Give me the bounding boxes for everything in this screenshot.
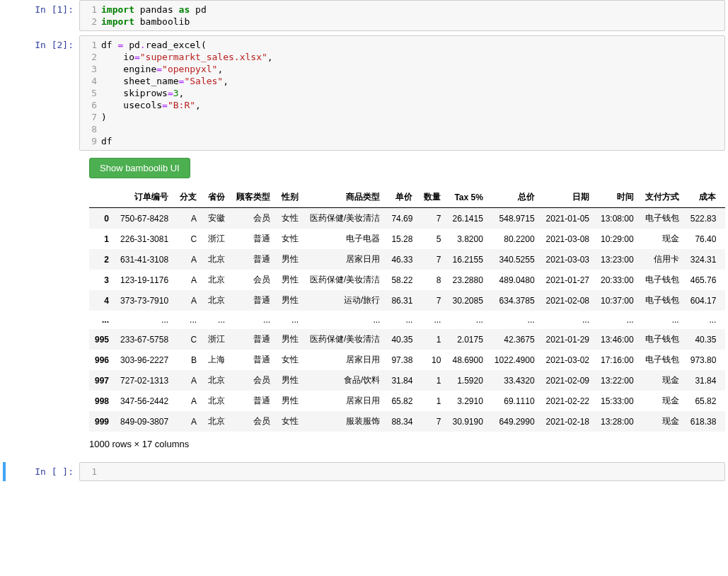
column-header[interactable]: 商品类型 xyxy=(304,187,386,208)
table-cell: 7 xyxy=(418,290,446,311)
table-cell: 46.33 xyxy=(386,249,418,270)
table-cell: 489.0480 xyxy=(489,270,541,290)
table-cell: 女性 xyxy=(276,411,304,432)
table-cell: 17:16:00 xyxy=(595,350,640,370)
code-input-1[interactable]: 12 import pandas as pdimport bamboolib xyxy=(79,0,725,31)
table-cell: 634.3785 xyxy=(489,290,541,311)
table-cell: 33.4320 xyxy=(489,370,541,391)
table-cell: 849-09-3807 xyxy=(115,411,174,432)
table-cell: 现金 xyxy=(640,229,685,249)
table-cell: 80.2200 xyxy=(489,229,541,249)
table-cell: 1 xyxy=(418,370,446,391)
column-header[interactable]: 毛利率 xyxy=(722,187,725,208)
table-cell: 15.28 xyxy=(386,229,418,249)
table-cell: 上海 xyxy=(202,350,231,370)
table-cell: 会员 xyxy=(231,270,276,290)
table-cell: A xyxy=(174,391,202,411)
table-cell: 13:28:00 xyxy=(595,411,640,432)
table-cell: 727-02-1313 xyxy=(115,370,174,391)
table-cell: 233-67-5758 xyxy=(115,329,174,350)
column-header[interactable]: 订单编号 xyxy=(115,187,174,208)
table-cell: 13:23:00 xyxy=(595,249,640,270)
table-cell: 食品/饮料 xyxy=(304,370,386,391)
table-cell: 3.2910 xyxy=(446,391,488,411)
row-index: 1 xyxy=(89,229,115,249)
code-line: ) xyxy=(101,111,720,123)
table-cell: 4.761905 xyxy=(722,391,725,411)
table-cell: 973.80 xyxy=(685,350,722,370)
table-cell: 普通 xyxy=(231,391,276,411)
table-cell: 女性 xyxy=(276,229,304,249)
column-header[interactable]: 性别 xyxy=(276,187,304,208)
column-header[interactable]: 省份 xyxy=(202,187,231,208)
table-cell: 4.761905 xyxy=(722,411,725,432)
table-cell: 2021-03-08 xyxy=(541,229,595,249)
table-cell: 26.1415 xyxy=(446,208,488,229)
table-cell: 4.761905 xyxy=(722,290,725,311)
table-cell: 北京 xyxy=(202,411,231,432)
row-index: 997 xyxy=(89,370,115,391)
table-cell: 居家日用 xyxy=(304,391,386,411)
table-cell: ... xyxy=(685,311,722,329)
table-cell: 电子钱包 xyxy=(640,290,685,311)
table-cell: 电子钱包 xyxy=(640,350,685,370)
dataframe-output[interactable]: 订单编号分支省份顾客类型性别商品类型单价数量Tax 5%总价日期时间支付方式成本… xyxy=(89,187,725,432)
column-header[interactable]: 总价 xyxy=(489,187,541,208)
table-cell: 4.761905 xyxy=(722,229,725,249)
column-header[interactable]: 时间 xyxy=(595,187,640,208)
line-gutter: 1 xyxy=(80,466,101,478)
table-cell: 居家日用 xyxy=(304,350,386,370)
table-cell: 97.38 xyxy=(386,350,418,370)
show-bamboolib-button[interactable]: Show bamboolib UI xyxy=(89,158,190,178)
column-header[interactable]: 分支 xyxy=(174,187,202,208)
column-header[interactable]: 顾客类型 xyxy=(231,187,276,208)
table-cell: 4.761905 xyxy=(722,270,725,290)
row-index: 0 xyxy=(89,208,115,229)
table-cell: ... xyxy=(640,311,685,329)
table-cell: A xyxy=(174,370,202,391)
table-cell: 电子钱包 xyxy=(640,270,685,290)
row-index: 2 xyxy=(89,249,115,270)
code-input-empty[interactable]: 1 xyxy=(79,462,725,481)
column-header[interactable]: Tax 5% xyxy=(446,187,488,208)
code-line: df = pd.read_excel( xyxy=(101,39,720,51)
code-line: skiprows=3, xyxy=(101,87,720,99)
table-cell: ... xyxy=(541,311,595,329)
table-cell: ... xyxy=(276,311,304,329)
table-cell: 31.84 xyxy=(685,370,722,391)
code-cell-empty-selected[interactable]: In [ ]: 1 xyxy=(3,462,725,481)
column-header[interactable]: 支付方式 xyxy=(640,187,685,208)
table-cell: 2021-03-02 xyxy=(541,350,595,370)
table-cell: 303-96-2227 xyxy=(115,350,174,370)
table-row: 996303-96-2227B上海普通女性居家日用97.381048.69001… xyxy=(89,350,725,370)
table-cell: 2021-02-22 xyxy=(541,391,595,411)
table-row: 997727-02-1313A北京会员男性食品/饮料31.8411.592033… xyxy=(89,370,725,391)
table-cell: 58.22 xyxy=(386,270,418,290)
table-cell: A xyxy=(174,270,202,290)
row-index: 998 xyxy=(89,391,115,411)
output-cell-2: Show bamboolib UI 订单编号分支省份顾客类型性别商品类型单价数量… xyxy=(79,155,725,449)
table-cell: 居家日用 xyxy=(304,249,386,270)
table-cell: 604.17 xyxy=(685,290,722,311)
table-cell: 会员 xyxy=(231,370,276,391)
table-cell: C xyxy=(174,229,202,249)
column-header[interactable]: 数量 xyxy=(418,187,446,208)
column-header[interactable]: 日期 xyxy=(541,187,595,208)
table-cell: 16.2155 xyxy=(446,249,488,270)
table-cell: 运动/旅行 xyxy=(304,290,386,311)
code-input-2[interactable]: 123456789 df = pd.read_excel( io="superm… xyxy=(79,35,725,151)
table-cell: 电子钱包 xyxy=(640,208,685,229)
table-cell: A xyxy=(174,290,202,311)
column-header[interactable]: 单价 xyxy=(386,187,418,208)
table-cell: 现金 xyxy=(640,411,685,432)
table-cell: A xyxy=(174,411,202,432)
column-header[interactable]: 成本 xyxy=(685,187,722,208)
table-cell: 76.40 xyxy=(685,229,722,249)
row-index: 996 xyxy=(89,350,115,370)
dataframe-table: 订单编号分支省份顾客类型性别商品类型单价数量Tax 5%总价日期时间支付方式成本… xyxy=(89,187,725,432)
table-cell: 普通 xyxy=(231,249,276,270)
table-cell: 618.38 xyxy=(685,411,722,432)
code-line: df xyxy=(101,135,720,147)
table-cell: 电子电器 xyxy=(304,229,386,249)
line-gutter: 123456789 xyxy=(80,39,101,147)
